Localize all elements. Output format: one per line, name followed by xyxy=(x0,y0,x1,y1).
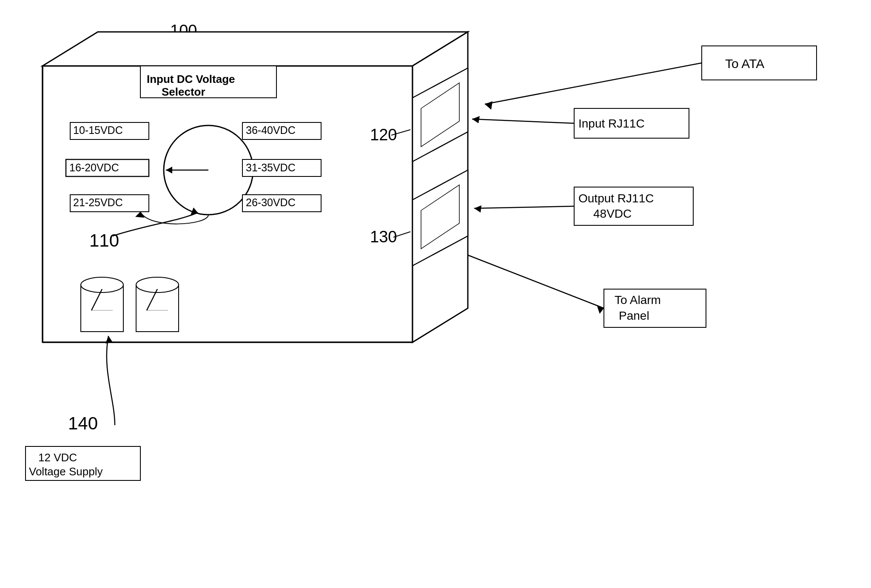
ref-110: 110 xyxy=(89,230,119,250)
to-alarm-panel-label2: Panel xyxy=(619,309,649,322)
ref-130: 130 xyxy=(370,228,397,246)
diagram-container: 100 Input DC Voltage Selector 10-15VDC 3… xyxy=(0,0,871,588)
svg-marker-47 xyxy=(485,101,492,110)
svg-text:12 VDC: 12 VDC xyxy=(38,451,77,464)
svg-line-55 xyxy=(468,255,604,308)
svg-marker-53 xyxy=(474,205,481,213)
svg-text:21-25VDC: 21-25VDC xyxy=(73,196,123,208)
svg-marker-50 xyxy=(472,116,480,123)
svg-text:Selector: Selector xyxy=(162,85,205,98)
svg-marker-3 xyxy=(43,32,468,66)
to-ata-label: To ATA xyxy=(725,57,764,71)
svg-text:26-30VDC: 26-30VDC xyxy=(246,196,296,208)
output-rj11c-voltage: 48VDC xyxy=(593,207,632,220)
output-rj11c-label: Output RJ11C xyxy=(578,192,654,205)
svg-text:10-15VDC: 10-15VDC xyxy=(73,124,123,136)
svg-text:16-20VDC: 16-20VDC xyxy=(69,162,119,173)
svg-text:Input DC Voltage: Input DC Voltage xyxy=(147,73,235,85)
svg-line-46 xyxy=(485,63,702,104)
svg-text:31-35VDC: 31-35VDC xyxy=(246,162,296,173)
svg-line-49 xyxy=(472,119,574,123)
ref-140: 140 xyxy=(68,413,98,433)
svg-line-52 xyxy=(474,206,574,208)
svg-text:36-40VDC: 36-40VDC xyxy=(246,124,296,136)
input-rj11c-label: Input RJ11C xyxy=(578,117,645,130)
svg-text:Voltage Supply: Voltage Supply xyxy=(29,465,102,478)
to-alarm-panel-label: To Alarm xyxy=(615,293,661,307)
svg-marker-56 xyxy=(597,306,604,314)
